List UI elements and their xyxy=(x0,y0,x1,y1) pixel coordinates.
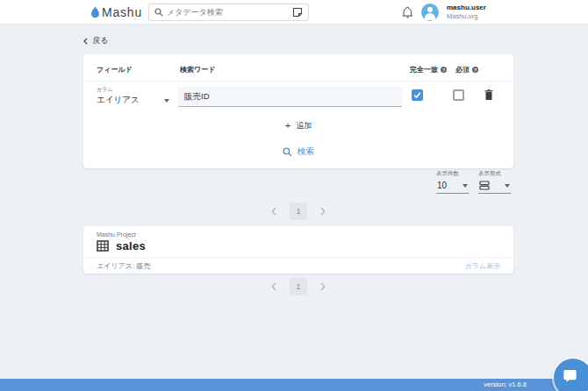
column-header-field: フィールド xyxy=(97,65,133,75)
column-header-keyword: 検索ワード xyxy=(180,65,215,75)
exact-match-checkbox[interactable] xyxy=(412,89,423,101)
display-controls: 表示件数 10 表示形式 xyxy=(436,170,511,194)
user-avatar[interactable] xyxy=(421,4,439,21)
app-header: Mashu mashu.user Mashu.org xyxy=(0,0,588,25)
search-submit-button[interactable]: 検索 xyxy=(274,143,324,160)
back-label: 戻る xyxy=(92,35,108,46)
avatar-person-icon xyxy=(427,7,433,12)
add-label: 追加 xyxy=(296,120,312,132)
chevron-down-icon xyxy=(505,184,510,188)
chat-widget-button[interactable] xyxy=(554,359,588,391)
page-size-select[interactable]: 表示件数 10 xyxy=(436,170,469,194)
global-search-input[interactable] xyxy=(167,8,289,17)
app-logo-text: Mashu xyxy=(102,5,142,19)
version-text: version: v1.6.8 xyxy=(484,380,527,388)
column-header-exact-match: 完全一致 ? xyxy=(410,65,447,75)
result-project-name: Mashu Project xyxy=(97,231,136,238)
check-icon xyxy=(413,91,421,99)
field-select-value: エイリアス xyxy=(97,95,140,106)
next-page-button[interactable] xyxy=(320,207,326,216)
list-view-icon xyxy=(479,181,490,190)
user-organization: Mashu.org xyxy=(447,12,486,20)
help-icon[interactable]: ? xyxy=(472,67,478,73)
notifications-bell-icon[interactable] xyxy=(402,6,413,18)
help-icon[interactable]: ? xyxy=(441,67,447,73)
table-grid-icon xyxy=(97,240,109,252)
plus-icon: + xyxy=(285,121,290,131)
display-format-select[interactable]: 表示形式 xyxy=(478,170,511,194)
water-drop-icon xyxy=(90,6,100,18)
previous-page-button[interactable] xyxy=(271,207,276,216)
app-logo[interactable]: Mashu xyxy=(90,5,142,19)
show-columns-link[interactable]: カラム表示 xyxy=(464,261,500,271)
saved-note-icon[interactable] xyxy=(292,7,303,18)
pagination-bottom: 1 xyxy=(83,278,513,295)
search-icon xyxy=(154,8,163,17)
page-number-button[interactable]: 1 xyxy=(290,278,307,295)
field-select-label: カラム xyxy=(97,86,169,94)
header-right: mashu.user Mashu.org xyxy=(402,0,486,25)
user-info[interactable]: mashu.user Mashu.org xyxy=(447,4,486,20)
form-header-row: フィールド 検索ワード 完全一致 ? 必須 ? xyxy=(83,54,513,82)
display-format-label: 表示形式 xyxy=(478,170,511,178)
chevron-down-icon xyxy=(164,99,169,103)
search-icon xyxy=(283,147,292,157)
next-page-button[interactable] xyxy=(320,282,326,291)
page-number-button[interactable]: 1 xyxy=(290,203,307,220)
previous-page-button[interactable] xyxy=(271,282,276,291)
result-alias: エイリアス: 販売 xyxy=(97,261,150,271)
result-card-footer: エイリアス: 販売 カラム表示 xyxy=(83,257,513,274)
page-size-value: 10 xyxy=(437,181,447,190)
keyword-input[interactable] xyxy=(178,87,402,107)
version-footer: version: v1.6.8 xyxy=(0,379,588,391)
back-button[interactable]: 戻る xyxy=(83,35,108,46)
required-checkbox[interactable] xyxy=(453,89,464,101)
page-size-label: 表示件数 xyxy=(436,170,469,178)
global-search-box xyxy=(148,4,309,21)
pagination-top: 1 xyxy=(83,203,513,220)
search-result-card[interactable]: Mashu Project sales エイリアス: 販売 カラム表示 xyxy=(83,226,513,274)
add-condition-button[interactable]: + 追加 xyxy=(278,117,319,134)
search-condition-row: カラム エイリアス xyxy=(83,82,513,115)
chat-bubble-icon xyxy=(562,368,577,384)
search-form-card: フィールド 検索ワード 完全一致 ? 必須 ? カラム エイリアス xyxy=(83,54,513,168)
column-header-required: 必須 ? xyxy=(455,65,478,75)
delete-row-button[interactable] xyxy=(483,89,495,102)
trash-icon xyxy=(483,89,495,102)
search-submit-label: 検索 xyxy=(298,146,315,158)
result-table-name: sales xyxy=(116,239,146,252)
field-select[interactable]: カラム エイリアス xyxy=(97,86,169,106)
user-name: mashu.user xyxy=(447,4,486,12)
chevron-left-icon xyxy=(83,38,88,45)
chevron-down-icon xyxy=(463,184,468,188)
